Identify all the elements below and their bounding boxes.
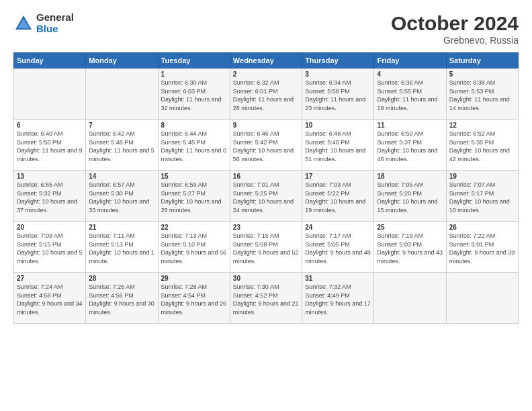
day-number: 6 <box>17 122 83 129</box>
day-info: Sunrise: 6:50 AMSunset: 5:37 PMDaylight:… <box>377 130 443 163</box>
day-info: Sunrise: 7:11 AMSunset: 5:13 PMDaylight:… <box>89 232 154 265</box>
calendar-cell: 26 Sunrise: 7:22 AMSunset: 5:01 PMDaylig… <box>446 222 518 273</box>
day-info: Sunrise: 6:40 AMSunset: 5:50 PMDaylight:… <box>17 130 83 163</box>
day-number: 31 <box>305 275 371 282</box>
day-number: 25 <box>377 224 443 231</box>
logo-general: General <box>36 12 74 24</box>
day-info: Sunrise: 6:46 AMSunset: 5:42 PMDaylight:… <box>233 130 299 163</box>
calendar-cell: 27 Sunrise: 7:24 AMSunset: 4:58 PMDaylig… <box>14 273 86 324</box>
day-number: 28 <box>89 275 154 282</box>
calendar-cell: 28 Sunrise: 7:26 AMSunset: 4:56 PMDaylig… <box>86 273 158 324</box>
day-info: Sunrise: 6:32 AMSunset: 6:01 PMDaylight:… <box>233 79 299 112</box>
calendar-cell <box>14 68 86 120</box>
col-tuesday: Tuesday <box>158 53 230 68</box>
day-number: 15 <box>161 173 227 180</box>
day-info: Sunrise: 7:15 AMSunset: 5:08 PMDaylight:… <box>233 232 299 265</box>
calendar-cell: 30 Sunrise: 7:30 AMSunset: 4:52 PMDaylig… <box>230 273 302 324</box>
calendar-cell: 11 Sunrise: 6:50 AMSunset: 5:37 PMDaylig… <box>374 120 446 171</box>
calendar-cell: 21 Sunrise: 7:11 AMSunset: 5:13 PMDaylig… <box>86 222 158 273</box>
day-number: 22 <box>161 224 227 231</box>
calendar-table: Sunday Monday Tuesday Wednesday Thursday… <box>13 52 519 324</box>
logo-blue: Blue <box>36 24 74 35</box>
day-number: 12 <box>449 122 515 129</box>
calendar-cell <box>374 273 446 324</box>
calendar-cell: 19 Sunrise: 7:07 AMSunset: 5:17 PMDaylig… <box>446 171 518 222</box>
col-sunday: Sunday <box>14 53 86 68</box>
day-info: Sunrise: 6:48 AMSunset: 5:40 PMDaylight:… <box>305 130 371 163</box>
day-number: 27 <box>17 275 83 282</box>
day-number: 9 <box>233 122 299 129</box>
day-number: 11 <box>377 122 443 129</box>
day-number: 8 <box>161 122 227 129</box>
calendar-week-4: 20 Sunrise: 7:09 AMSunset: 5:15 PMDaylig… <box>14 222 519 273</box>
day-info: Sunrise: 7:30 AMSunset: 4:52 PMDaylight:… <box>233 283 299 316</box>
calendar-cell: 15 Sunrise: 6:59 AMSunset: 5:27 PMDaylig… <box>158 171 230 222</box>
logo-text: General Blue <box>36 12 74 34</box>
day-number: 24 <box>305 224 371 231</box>
day-info: Sunrise: 7:17 AMSunset: 5:05 PMDaylight:… <box>305 232 371 265</box>
day-info: Sunrise: 6:34 AMSunset: 5:58 PMDaylight:… <box>305 79 371 112</box>
calendar-cell: 7 Sunrise: 6:42 AMSunset: 5:48 PMDayligh… <box>86 120 158 171</box>
day-info: Sunrise: 7:22 AMSunset: 5:01 PMDaylight:… <box>449 232 515 265</box>
col-saturday: Saturday <box>446 53 518 68</box>
page: General Blue October 2024 Grebnevo, Russ… <box>0 0 532 411</box>
day-info: Sunrise: 7:32 AMSunset: 4:49 PMDaylight:… <box>305 283 371 316</box>
day-number: 19 <box>449 173 515 180</box>
calendar-cell: 24 Sunrise: 7:17 AMSunset: 5:05 PMDaylig… <box>302 222 374 273</box>
calendar-header-row: Sunday Monday Tuesday Wednesday Thursday… <box>14 53 519 68</box>
calendar-week-1: 1 Sunrise: 6:30 AMSunset: 6:03 PMDayligh… <box>14 68 519 120</box>
calendar-week-2: 6 Sunrise: 6:40 AMSunset: 5:50 PMDayligh… <box>14 120 519 171</box>
day-info: Sunrise: 6:55 AMSunset: 5:32 PMDaylight:… <box>17 181 83 214</box>
day-number: 26 <box>449 224 515 231</box>
calendar-cell: 5 Sunrise: 6:38 AMSunset: 5:53 PMDayligh… <box>446 68 518 120</box>
day-info: Sunrise: 6:42 AMSunset: 5:48 PMDaylight:… <box>89 130 154 163</box>
calendar-cell: 9 Sunrise: 6:46 AMSunset: 5:42 PMDayligh… <box>230 120 302 171</box>
calendar-cell: 20 Sunrise: 7:09 AMSunset: 5:15 PMDaylig… <box>14 222 86 273</box>
calendar-cell: 6 Sunrise: 6:40 AMSunset: 5:50 PMDayligh… <box>14 120 86 171</box>
day-number: 16 <box>233 173 299 180</box>
calendar-week-3: 13 Sunrise: 6:55 AMSunset: 5:32 PMDaylig… <box>14 171 519 222</box>
day-info: Sunrise: 6:38 AMSunset: 5:53 PMDaylight:… <box>449 79 515 112</box>
day-number: 7 <box>89 122 154 129</box>
day-number: 10 <box>305 122 371 129</box>
day-number: 14 <box>89 173 154 180</box>
day-number: 2 <box>233 71 299 78</box>
day-number: 30 <box>233 275 299 282</box>
calendar-cell: 29 Sunrise: 7:28 AMSunset: 4:54 PMDaylig… <box>158 273 230 324</box>
day-info: Sunrise: 6:57 AMSunset: 5:30 PMDaylight:… <box>89 181 154 214</box>
day-number: 29 <box>161 275 227 282</box>
day-number: 5 <box>449 71 515 78</box>
calendar-cell: 1 Sunrise: 6:30 AMSunset: 6:03 PMDayligh… <box>158 68 230 120</box>
calendar-cell: 13 Sunrise: 6:55 AMSunset: 5:32 PMDaylig… <box>14 171 86 222</box>
calendar-cell: 8 Sunrise: 6:44 AMSunset: 5:45 PMDayligh… <box>158 120 230 171</box>
day-info: Sunrise: 7:19 AMSunset: 5:03 PMDaylight:… <box>377 232 443 265</box>
calendar-cell: 16 Sunrise: 7:01 AMSunset: 5:25 PMDaylig… <box>230 171 302 222</box>
calendar-cell: 18 Sunrise: 7:05 AMSunset: 5:20 PMDaylig… <box>374 171 446 222</box>
calendar-cell <box>446 273 518 324</box>
calendar-cell: 22 Sunrise: 7:13 AMSunset: 5:10 PMDaylig… <box>158 222 230 273</box>
header: General Blue October 2024 Grebnevo, Russ… <box>13 12 519 46</box>
calendar-cell: 14 Sunrise: 6:57 AMSunset: 5:30 PMDaylig… <box>86 171 158 222</box>
day-info: Sunrise: 6:52 AMSunset: 5:35 PMDaylight:… <box>449 130 515 163</box>
calendar-cell <box>86 68 158 120</box>
day-info: Sunrise: 6:30 AMSunset: 6:03 PMDaylight:… <box>161 79 227 112</box>
col-thursday: Thursday <box>302 53 374 68</box>
day-number: 18 <box>377 173 443 180</box>
calendar-cell: 31 Sunrise: 7:32 AMSunset: 4:49 PMDaylig… <box>302 273 374 324</box>
day-info: Sunrise: 7:03 AMSunset: 5:22 PMDaylight:… <box>305 181 371 214</box>
day-info: Sunrise: 7:13 AMSunset: 5:10 PMDaylight:… <box>161 232 227 265</box>
logo: General Blue <box>13 12 74 34</box>
calendar-cell: 23 Sunrise: 7:15 AMSunset: 5:08 PMDaylig… <box>230 222 302 273</box>
day-info: Sunrise: 7:09 AMSunset: 5:15 PMDaylight:… <box>17 232 83 265</box>
day-number: 23 <box>233 224 299 231</box>
calendar-cell: 12 Sunrise: 6:52 AMSunset: 5:35 PMDaylig… <box>446 120 518 171</box>
day-info: Sunrise: 7:07 AMSunset: 5:17 PMDaylight:… <box>449 181 515 214</box>
calendar-cell: 10 Sunrise: 6:48 AMSunset: 5:40 PMDaylig… <box>302 120 374 171</box>
day-number: 4 <box>377 71 443 78</box>
day-info: Sunrise: 6:36 AMSunset: 5:55 PMDaylight:… <box>377 79 443 112</box>
day-info: Sunrise: 7:26 AMSunset: 4:56 PMDaylight:… <box>89 283 154 316</box>
col-friday: Friday <box>374 53 446 68</box>
month-title: October 2024 <box>391 12 519 35</box>
day-number: 1 <box>161 71 227 78</box>
calendar-cell: 25 Sunrise: 7:19 AMSunset: 5:03 PMDaylig… <box>374 222 446 273</box>
